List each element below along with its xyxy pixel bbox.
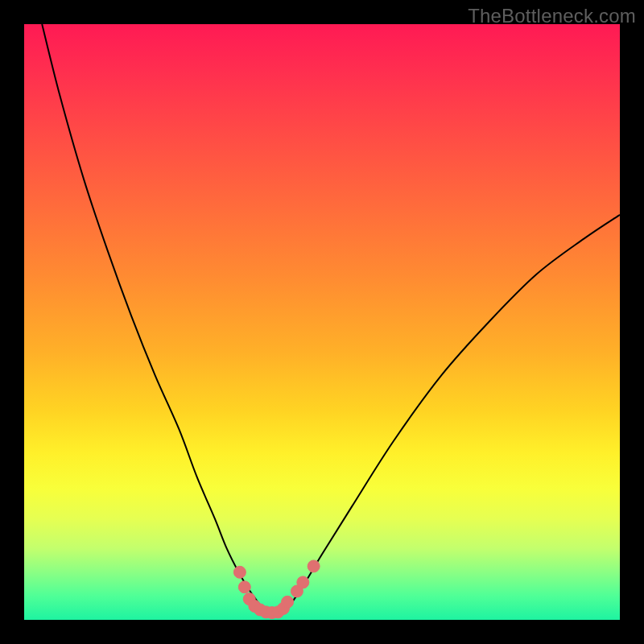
watermark-text: TheBottleneck.com xyxy=(468,5,636,27)
data-marker xyxy=(233,566,246,578)
plot-area xyxy=(24,24,620,620)
data-marker xyxy=(238,581,250,593)
left-curve xyxy=(42,24,263,611)
data-marker xyxy=(282,596,294,608)
chart-overlay xyxy=(24,24,620,620)
right-curve xyxy=(285,215,620,611)
marker-group xyxy=(233,560,320,619)
chart-frame: TheBottleneck.com xyxy=(0,0,644,644)
data-marker xyxy=(308,560,320,572)
data-marker xyxy=(297,576,309,588)
